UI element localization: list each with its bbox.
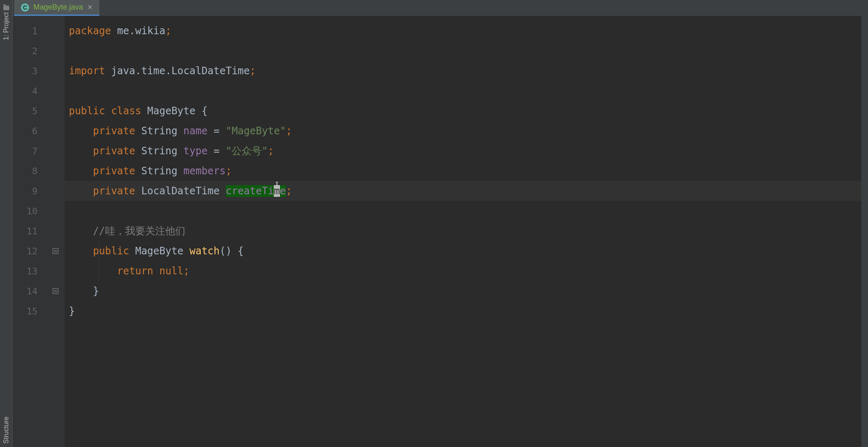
- tab-filename: MageByte.java: [33, 3, 83, 12]
- text-caret: Im: [274, 185, 280, 197]
- code-line: return null;: [65, 261, 861, 281]
- line-number[interactable]: 12: [13, 241, 50, 261]
- project-tool-tab[interactable]: 1: Project: [1, 2, 12, 44]
- code-line: private String name = "MageByte";: [65, 121, 861, 141]
- line-number[interactable]: 8: [13, 161, 50, 181]
- folder-icon: [3, 6, 9, 10]
- ide-window: 1: Project Structure C MageByte.java ✕ 1…: [0, 0, 868, 447]
- line-number[interactable]: 5: [13, 101, 50, 121]
- line-number[interactable]: 15: [13, 301, 50, 321]
- line-number[interactable]: 13: [13, 261, 50, 281]
- code-line: [65, 41, 861, 61]
- editor-tab-magebyte[interactable]: C MageByte.java ✕: [14, 0, 99, 16]
- code-line: public class MageByte {: [65, 101, 861, 121]
- code-line: public MageByte watch() {: [65, 241, 861, 261]
- line-number[interactable]: 4: [13, 81, 50, 101]
- code-line: //哇，我要关注他们: [65, 221, 861, 241]
- fold-gutter: [50, 16, 65, 447]
- code-line: private String members;: [65, 161, 861, 181]
- code-text-area[interactable]: package me.wikia; import java.time.Local…: [65, 16, 861, 447]
- structure-tool-tab[interactable]: Structure: [1, 413, 12, 447]
- structure-tab-label: Structure: [3, 417, 10, 444]
- line-number-gutter: 1 2 3 4 5 6 7 8 9 10 11 12 13 14 15: [13, 16, 50, 447]
- line-number[interactable]: 7: [13, 141, 50, 161]
- code-line: private String type = "公众号";: [65, 141, 861, 161]
- code-line: }: [65, 301, 861, 321]
- line-number[interactable]: 14: [13, 281, 50, 301]
- line-number[interactable]: 6: [13, 121, 50, 141]
- line-number[interactable]: 10: [13, 201, 50, 221]
- vertical-scrollbar[interactable]: [861, 16, 868, 447]
- code-line: package me.wikia;: [65, 21, 861, 41]
- close-tab-icon[interactable]: ✕: [87, 3, 93, 11]
- fold-marker-icon[interactable]: [53, 248, 58, 254]
- line-number[interactable]: 1: [13, 21, 50, 41]
- line-number[interactable]: 3: [13, 61, 50, 81]
- code-line: import java.time.LocalDateTime;: [65, 61, 861, 81]
- code-line: [65, 201, 861, 221]
- class-icon: C: [21, 3, 29, 12]
- editor-tab-bar: C MageByte.java ✕: [13, 0, 868, 16]
- line-number[interactable]: 9: [13, 181, 50, 201]
- line-number[interactable]: 2: [13, 41, 50, 61]
- project-tab-label: 1: Project: [3, 12, 10, 40]
- code-line: [65, 81, 861, 101]
- line-number[interactable]: 11: [13, 221, 50, 241]
- editor-main: C MageByte.java ✕ 1 2 3 4 5 6 7 8 9 10 1…: [13, 0, 868, 447]
- code-line: }: [65, 281, 861, 301]
- fold-marker-icon[interactable]: [53, 288, 58, 294]
- tool-window-bar: 1: Project Structure: [0, 0, 13, 447]
- code-editor[interactable]: 1 2 3 4 5 6 7 8 9 10 11 12 13 14 15: [13, 16, 868, 447]
- code-line-active: private LocalDateTime createTiIme;: [65, 181, 861, 201]
